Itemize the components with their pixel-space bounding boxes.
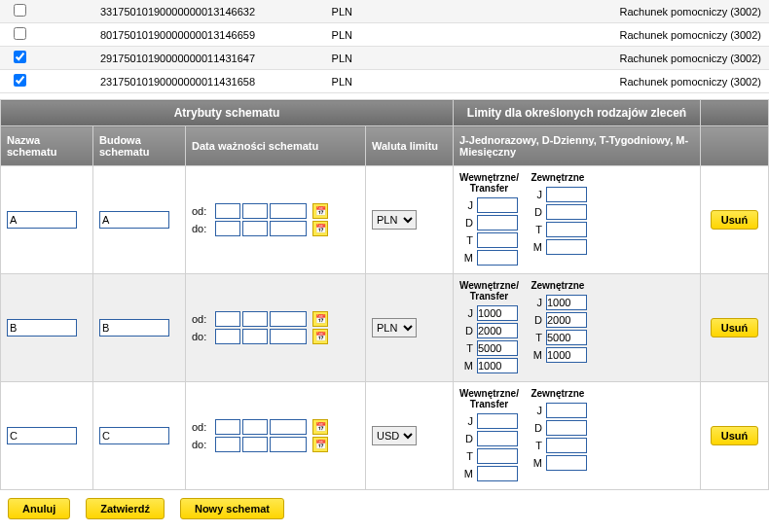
delete-button[interactable]: Usuń [711, 426, 759, 445]
limit-input-T[interactable] [477, 448, 518, 464]
limit-input-J[interactable] [546, 187, 587, 202]
account-row: 23175010190000000011431658PLNRachunek po… [0, 70, 769, 93]
date-year-input[interactable] [270, 419, 307, 435]
date-month-input[interactable] [242, 221, 268, 236]
limit-label-D: D [529, 422, 542, 434]
date-day-input[interactable] [215, 419, 240, 435]
limit-input-M[interactable] [477, 250, 518, 266]
limits-col-title: Zewnętrzne [529, 172, 587, 183]
currency-select[interactable]: PLNUSDEUR [372, 318, 417, 337]
header-validity: Data ważności schematu [186, 126, 366, 166]
limit-label-T: T [459, 450, 473, 462]
delete-button[interactable]: Usuń [711, 210, 759, 230]
account-checkbox[interactable] [14, 4, 26, 17]
account-checkbox[interactable] [14, 27, 26, 40]
limit-input-T[interactable] [477, 232, 518, 248]
limit-input-M[interactable] [477, 358, 518, 373]
date-month-input[interactable] [242, 311, 268, 327]
limit-input-T[interactable] [546, 222, 587, 237]
account-row: 80175010190000000013146659PLNRachunek po… [0, 23, 769, 47]
limit-label-J: J [529, 189, 542, 200]
limit-input-J[interactable] [546, 403, 587, 418]
bottom-buttons: Anuluj Zatwierdź Nowy schemat [0, 490, 769, 527]
limit-input-D[interactable] [546, 204, 587, 220]
limit-input-J[interactable] [477, 305, 518, 321]
limit-input-D[interactable] [546, 312, 587, 328]
account-currency: PLN [263, 47, 360, 70]
limit-input-J[interactable] [477, 413, 518, 429]
date-month-input[interactable] [242, 419, 268, 435]
schema-build-input[interactable] [99, 319, 169, 337]
confirm-button[interactable]: Zatwierdź [86, 498, 165, 519]
date-day-input[interactable] [215, 221, 240, 236]
calendar-icon[interactable]: 📅 [312, 221, 328, 236]
date-label: do: [192, 439, 213, 450]
date-month-input[interactable] [242, 437, 268, 452]
limit-input-T[interactable] [546, 330, 587, 345]
limit-input-D[interactable] [477, 431, 518, 446]
limit-label-D: D [529, 206, 542, 218]
date-year-input[interactable] [270, 437, 307, 452]
date-year-input[interactable] [270, 329, 307, 344]
account-description: Rachunek pomocniczy (3002) [360, 23, 769, 47]
calendar-icon[interactable]: 📅 [312, 419, 328, 435]
schema-build-input[interactable] [99, 211, 169, 229]
header-name: Nazwa schematu [1, 126, 93, 166]
cancel-button[interactable]: Anuluj [8, 498, 70, 519]
schemas-table: Atrybuty schematu Limity dla określonych… [0, 99, 769, 490]
schema-build-input[interactable] [99, 427, 169, 444]
delete-button[interactable]: Usuń [711, 318, 759, 337]
schema-name-input[interactable] [7, 211, 77, 229]
schema-name-input[interactable] [7, 319, 77, 337]
account-checkbox[interactable] [14, 74, 26, 87]
date-year-input[interactable] [270, 221, 307, 236]
account-number: 29175010190000000011431647 [39, 47, 263, 70]
account-number: 33175010190000000013146632 [39, 0, 263, 23]
schema-row: od:📅do:📅PLNUSDEURWewnętrzne/TransferJDTM… [1, 274, 769, 382]
limit-label-M: M [529, 349, 542, 361]
limit-input-D[interactable] [546, 420, 587, 436]
account-row: 33175010190000000013146632PLNRachunek po… [0, 0, 769, 23]
limit-input-D[interactable] [477, 323, 518, 338]
date-label: od: [192, 421, 213, 433]
calendar-icon[interactable]: 📅 [312, 437, 328, 452]
date-day-input[interactable] [215, 203, 240, 219]
date-day-input[interactable] [215, 329, 240, 344]
date-day-input[interactable] [215, 311, 240, 327]
limit-label-M: M [459, 468, 473, 479]
limit-input-M[interactable] [546, 347, 587, 363]
account-description: Rachunek pomocniczy (3002) [360, 70, 769, 93]
limit-label-M: M [529, 457, 542, 469]
limit-input-M[interactable] [477, 466, 518, 481]
limit-label-D: D [459, 217, 473, 229]
calendar-icon[interactable]: 📅 [312, 329, 328, 344]
currency-select[interactable]: PLNUSDEUR [372, 210, 417, 230]
limits-col-title: Zewnętrzne [529, 388, 587, 399]
calendar-icon[interactable]: 📅 [312, 311, 328, 327]
account-currency: PLN [263, 70, 360, 93]
limit-input-J[interactable] [546, 295, 587, 310]
date-month-input[interactable] [242, 203, 268, 219]
date-month-input[interactable] [242, 329, 268, 344]
date-label: od: [192, 313, 213, 325]
account-checkbox[interactable] [14, 51, 26, 63]
limit-input-T[interactable] [546, 438, 587, 453]
limit-input-M[interactable] [546, 455, 587, 471]
limits-col-title: Zewnętrzne [529, 280, 587, 291]
account-number: 80175010190000000013146659 [39, 23, 263, 47]
limit-label-D: D [459, 433, 473, 444]
header-actions [701, 100, 769, 126]
date-day-input[interactable] [215, 437, 240, 452]
date-year-input[interactable] [270, 311, 307, 327]
limit-label-D: D [529, 314, 542, 326]
date-year-input[interactable] [270, 203, 307, 219]
schema-name-input[interactable] [7, 427, 77, 444]
limit-input-M[interactable] [546, 239, 587, 255]
schema-row: od:📅do:📅PLNUSDEURWewnętrzne/TransferJDTM… [1, 382, 769, 490]
limit-input-T[interactable] [477, 340, 518, 356]
currency-select[interactable]: PLNUSDEUR [372, 426, 417, 445]
limit-input-J[interactable] [477, 197, 518, 213]
new-schema-button[interactable]: Nowy schemat [180, 498, 284, 519]
calendar-icon[interactable]: 📅 [312, 203, 328, 219]
limit-input-D[interactable] [477, 215, 518, 231]
